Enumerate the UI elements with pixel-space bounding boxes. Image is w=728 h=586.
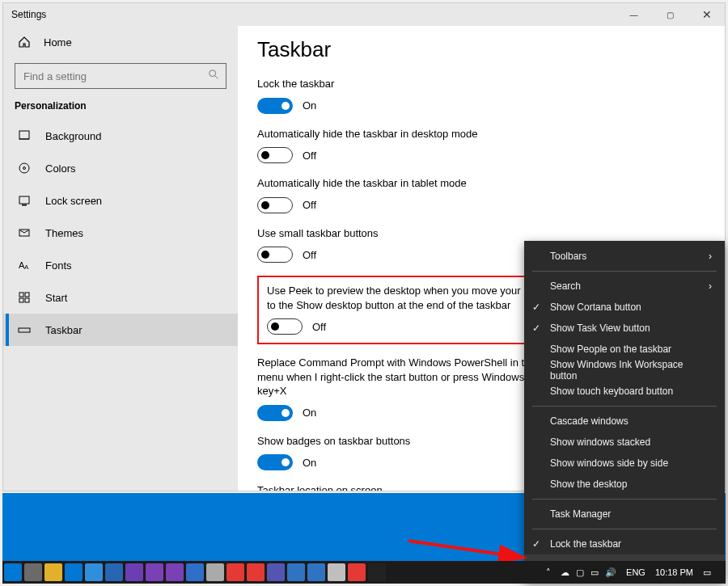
toggle-state-text: Off: [303, 249, 316, 261]
svg-rect-12: [25, 293, 29, 297]
toggle-switch[interactable]: [257, 98, 293, 114]
toggle-switch[interactable]: [257, 147, 293, 163]
sidebar-item-background[interactable]: Background: [3, 120, 238, 152]
toggle-state-text: On: [303, 99, 316, 112]
svg-point-5: [23, 167, 26, 170]
tray-onedrive-icon[interactable]: ☁: [561, 567, 569, 578]
toggle-switch[interactable]: [257, 197, 293, 213]
toggle-state-text: On: [303, 457, 316, 469]
toggle-state-text: Off: [303, 199, 316, 211]
menu-item-show-windows-side-by-side[interactable]: Show windows side by side: [524, 453, 725, 474]
taskbar-app-icon-2[interactable]: [44, 563, 62, 581]
setting-2: Automatically hide the taskbar in tablet…: [257, 176, 705, 213]
menu-item-search[interactable]: Search›: [524, 276, 725, 297]
svg-rect-2: [19, 131, 29, 139]
nav-item-icon: [18, 226, 31, 239]
system-taskbar[interactable]: ˄ ☁ ▢ ▭ 🔊 ENG 10:18 PM ▭: [2, 561, 726, 584]
sidebar-item-taskbar[interactable]: Taskbar: [3, 314, 238, 346]
menu-item-toolbars[interactable]: Toolbars›: [524, 246, 725, 267]
setting-label: Use Peek to preview the desktop when you…: [267, 284, 566, 312]
tray-chevron-icon[interactable]: ˄: [546, 567, 551, 578]
window-maximize-button[interactable]: ▢: [652, 3, 688, 26]
tray-clock[interactable]: 10:18 PM: [655, 567, 693, 577]
tray-language[interactable]: ENG: [626, 567, 645, 577]
sidebar-item-colors[interactable]: Colors: [3, 152, 238, 184]
menu-separator: [532, 406, 717, 407]
tray-notifications-icon[interactable]: ▭: [703, 567, 711, 578]
search-input-wrap[interactable]: [15, 63, 226, 89]
sidebar-item-label: Colors: [45, 162, 76, 175]
nav-item-icon: AA: [18, 259, 31, 272]
toggle-switch[interactable]: [257, 247, 293, 263]
taskbar-app-icon-14[interactable]: [287, 563, 305, 581]
sidebar-section-header: Personalization: [3, 97, 238, 120]
menu-item-lock-the-taskbar[interactable]: ✓Lock the taskbar: [524, 533, 725, 554]
svg-rect-11: [19, 293, 23, 297]
sidebar-item-label: Lock screen: [45, 195, 102, 207]
menu-item-show-windows-ink-workspace-button[interactable]: Show Windows Ink Workspace button: [524, 360, 725, 381]
svg-rect-15: [19, 328, 30, 332]
taskbar-app-icon-18[interactable]: [368, 563, 386, 581]
setting-label: Taskbar location on screen: [257, 483, 557, 491]
svg-point-4: [19, 163, 29, 173]
sidebar-home-label: Home: [44, 36, 72, 48]
sidebar-item-lock-screen[interactable]: Lock screen: [3, 184, 238, 217]
taskbar-app-icon-4[interactable]: [85, 563, 103, 581]
sidebar-item-label: Start: [45, 292, 67, 304]
taskbar-app-icon-13[interactable]: [267, 563, 285, 581]
setting-0: Lock the taskbarOn: [257, 77, 705, 114]
taskbar-app-icon-11[interactable]: [226, 563, 244, 581]
check-icon: ✓: [532, 538, 540, 550]
taskbar-app-icon-1[interactable]: [24, 563, 42, 581]
menu-item-label: Show Task View button: [550, 323, 650, 334]
toggle-switch[interactable]: [267, 318, 303, 335]
toggle-switch[interactable]: [257, 405, 293, 421]
tray-volume-icon[interactable]: 🔊: [605, 567, 616, 578]
taskbar-app-icon-17[interactable]: [348, 563, 366, 581]
titlebar: Settings — ▢ ✕: [3, 3, 725, 26]
window-close-button[interactable]: ✕: [688, 3, 725, 26]
svg-point-0: [210, 70, 216, 77]
menu-item-label: Show windows side by side: [550, 457, 668, 469]
taskbar-app-icon-7[interactable]: [146, 563, 163, 581]
menu-item-label: Cascade windows: [550, 415, 629, 427]
menu-item-show-people-on-the-taskbar[interactable]: Show People on the taskbar: [524, 339, 725, 360]
menu-item-cascade-windows[interactable]: Cascade windows: [524, 411, 725, 432]
menu-item-label: Show People on the taskbar: [550, 344, 671, 355]
taskbar-app-icon-12[interactable]: [247, 563, 265, 581]
menu-item-task-manager[interactable]: Task Manager: [524, 504, 725, 525]
sidebar-item-label: Taskbar: [45, 324, 83, 336]
tray-battery-icon[interactable]: ▢: [576, 567, 584, 578]
check-icon: ✓: [532, 323, 540, 334]
menu-item-show-task-view-button[interactable]: ✓Show Task View button: [524, 318, 725, 339]
sidebar-item-themes[interactable]: Themes: [3, 217, 238, 249]
menu-item-label: Lock the taskbar: [550, 538, 621, 550]
taskbar-app-icon-8[interactable]: [166, 563, 184, 581]
menu-item-show-cortana-button[interactable]: ✓Show Cortana button: [524, 297, 725, 318]
taskbar-app-icon-15[interactable]: [307, 563, 325, 581]
svg-rect-7: [22, 204, 27, 206]
taskbar-app-icon-0[interactable]: [4, 563, 22, 581]
taskbar-app-icon-3[interactable]: [65, 563, 83, 581]
window-minimize-button[interactable]: —: [616, 3, 652, 26]
nav-item-icon: [18, 162, 31, 175]
setting-label: Use small taskbar buttons: [257, 226, 557, 241]
taskbar-app-icon-16[interactable]: [328, 563, 345, 581]
taskbar-app-icon-9[interactable]: [186, 563, 204, 581]
sidebar-item-start[interactable]: Start: [3, 281, 238, 314]
sidebar-home[interactable]: Home: [3, 26, 238, 58]
taskbar-app-icon-10[interactable]: [206, 563, 224, 581]
taskbar-app-icon-6[interactable]: [125, 563, 143, 581]
menu-item-show-the-desktop[interactable]: Show the desktop: [524, 474, 725, 495]
sidebar-item-fonts[interactable]: AAFonts: [3, 249, 238, 281]
setting-label: Lock the taskbar: [257, 77, 557, 91]
search-input[interactable]: [22, 70, 208, 83]
menu-item-show-touch-keyboard-button[interactable]: Show touch keyboard button: [524, 381, 725, 402]
taskbar-app-icon-5[interactable]: [105, 563, 123, 581]
menu-item-show-windows-stacked[interactable]: Show windows stacked: [524, 432, 725, 453]
tray-network-icon[interactable]: ▭: [590, 567, 599, 578]
menu-item-label: Show Windows Ink Workspace button: [550, 359, 712, 382]
svg-rect-6: [19, 196, 29, 204]
sidebar: Home Personalization BackgroundColorsLoc…: [3, 26, 238, 491]
toggle-switch[interactable]: [257, 454, 293, 470]
